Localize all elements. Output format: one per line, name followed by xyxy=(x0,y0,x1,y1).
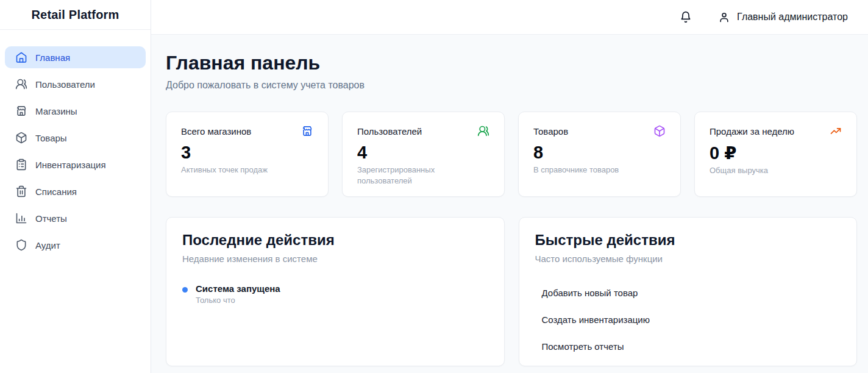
sidebar-item-stores[interactable]: Магазины xyxy=(5,100,146,122)
notifications-button[interactable] xyxy=(680,11,692,23)
stat-card-users: Пользователей 4 Зарегистрированных польз… xyxy=(342,112,505,197)
quick-action-add-product[interactable]: Добавить новый товар xyxy=(535,279,841,306)
home-icon xyxy=(15,51,27,63)
quick-actions-panel: Быстрые действия Часто используемые функ… xyxy=(519,217,858,366)
store-icon xyxy=(301,125,313,137)
sidebar-item-inventory[interactable]: Инвентаризация xyxy=(5,154,146,176)
stats-row: Всего магазинов 3 Активных точек продаж … xyxy=(166,112,857,197)
main-column: Главный администратор Главная панель Доб… xyxy=(151,0,868,373)
stat-card-products: Товаров 8 В справочнике товаров xyxy=(518,112,681,197)
stat-label: Всего магазинов xyxy=(181,126,251,137)
status-dot xyxy=(182,287,188,293)
package-icon xyxy=(653,125,666,137)
panel-title: Последние действия xyxy=(182,232,488,249)
sidebar-item-label: Аудит xyxy=(35,240,60,250)
panels-row: Последние действия Недавние изменения в … xyxy=(166,217,857,366)
page-content: Главная панель Добро пожаловать в систем… xyxy=(151,35,868,373)
stat-sub: В справочнике товаров xyxy=(533,165,637,176)
recent-activity-panel: Последние действия Недавние изменения в … xyxy=(166,217,505,366)
stat-label: Продажи за неделю xyxy=(710,126,794,137)
stat-card-sales: Продажи за неделю 0 ₽ Общая выручка xyxy=(694,112,857,197)
stat-sub: Общая выручка xyxy=(710,165,813,176)
trash-icon xyxy=(15,185,27,197)
panel-title: Быстрые действия xyxy=(535,232,841,249)
quick-actions-list: Добавить новый товар Создать инвентариза… xyxy=(535,279,841,360)
stat-label: Товаров xyxy=(533,126,568,137)
shield-icon xyxy=(15,239,27,251)
sidebar-item-home[interactable]: Главная xyxy=(5,46,146,68)
panel-subtitle: Недавние изменения в системе xyxy=(182,254,488,264)
user-menu[interactable]: Главный администратор xyxy=(718,11,848,23)
stat-value: 0 ₽ xyxy=(710,143,842,163)
sidebar-item-reports[interactable]: Отчеты xyxy=(5,207,146,229)
clipboard-icon xyxy=(15,158,27,171)
sidebar: Retail Platform Главная Пользователи Маг… xyxy=(0,0,151,373)
stat-label: Пользователей xyxy=(357,126,422,137)
sidebar-item-users[interactable]: Пользователи xyxy=(5,73,146,95)
stat-sub: Активных точек продаж xyxy=(181,165,285,176)
users-icon xyxy=(477,125,489,137)
quick-action-view-reports[interactable]: Посмотреть отчеты xyxy=(535,333,841,360)
activity-list: Система запущена Только что xyxy=(182,283,488,305)
stat-value: 8 xyxy=(533,143,666,163)
app-root: Retail Platform Главная Пользователи Маг… xyxy=(0,0,868,373)
sidebar-item-label: Инвентаризация xyxy=(35,160,106,170)
stat-value: 4 xyxy=(357,143,489,163)
bell-icon xyxy=(680,11,692,23)
stat-value: 3 xyxy=(181,143,313,163)
store-icon xyxy=(15,105,27,117)
sidebar-item-label: Главная xyxy=(35,52,70,63)
sidebar-item-label: Магазины xyxy=(35,106,77,116)
page-subtitle: Добро пожаловать в систему учета товаров xyxy=(166,80,857,91)
sidebar-item-label: Товары xyxy=(35,133,67,143)
topbar: Главный администратор xyxy=(151,0,868,35)
sidebar-item-products[interactable]: Товары xyxy=(5,127,146,149)
panel-subtitle: Часто используемые функции xyxy=(535,254,841,264)
user-name: Главный администратор xyxy=(737,12,848,23)
package-icon xyxy=(15,132,27,144)
activity-time: Только что xyxy=(196,296,280,305)
sidebar-item-audit[interactable]: Аудит xyxy=(5,234,146,256)
page-title: Главная панель xyxy=(166,52,857,74)
quick-action-create-inventory[interactable]: Создать инвентаризацию xyxy=(535,306,841,333)
sidebar-nav: Главная Пользователи Магазины Товары xyxy=(0,30,151,256)
bar-chart-icon xyxy=(15,212,27,224)
trending-up-icon xyxy=(830,125,842,137)
sidebar-item-label: Отчеты xyxy=(35,213,67,224)
users-icon xyxy=(15,78,27,90)
activity-item: Система запущена Только что xyxy=(182,283,488,305)
activity-title: Система запущена xyxy=(196,283,280,294)
stat-card-stores: Всего магазинов 3 Активных точек продаж xyxy=(166,112,329,197)
sidebar-item-label: Списания xyxy=(35,187,77,197)
sidebar-item-label: Пользователи xyxy=(35,79,95,90)
sidebar-item-writeoffs[interactable]: Списания xyxy=(5,180,146,202)
app-logo: Retail Platform xyxy=(0,0,151,30)
user-icon xyxy=(718,11,730,23)
stat-sub: Зарегистрированных пользователей xyxy=(357,165,461,187)
